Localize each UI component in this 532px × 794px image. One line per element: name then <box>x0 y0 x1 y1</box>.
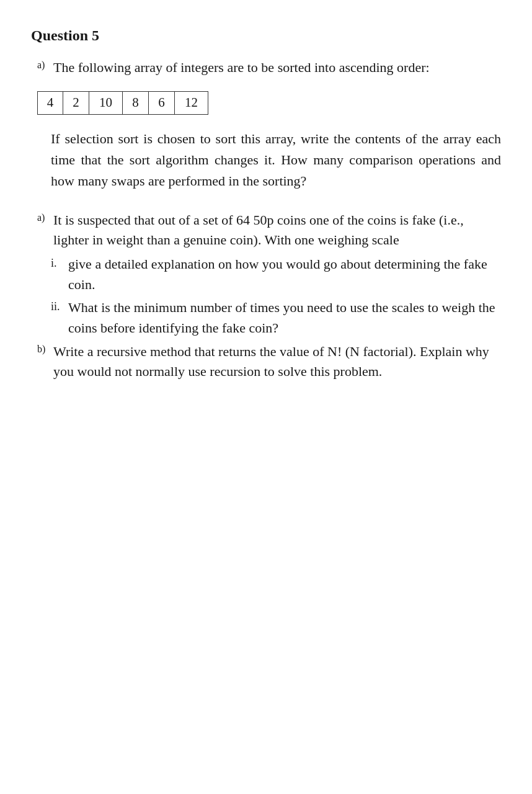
array-cell-3: 8 <box>123 91 149 115</box>
sub-i-text: give a detailed explanation on how you w… <box>68 254 501 295</box>
part-a-intro-text: The following array of integers are to b… <box>53 58 501 78</box>
part-c-text: Write a recursive method that returns th… <box>53 342 501 381</box>
sub-part-ii: ii. What is the minimum number of times … <box>51 297 501 338</box>
sub-ii-label: ii. <box>51 297 68 314</box>
sub-parts-container: i. give a detailed explanation on how yo… <box>31 254 501 338</box>
part-b-label: a) <box>37 210 51 223</box>
array-cell-4: 6 <box>149 91 175 115</box>
part-a-section: a) The following array of integers are t… <box>31 58 501 78</box>
question-title: Question 5 <box>31 25 501 47</box>
part-b-intro-text: It is suspected that out of a set of 64 … <box>53 210 501 250</box>
array-cell-0: 4 <box>37 91 63 115</box>
part-a-label: a) <box>37 58 51 70</box>
selection-sort-question: If selection sort is chosen to sort this… <box>31 128 501 192</box>
sub-part-i: i. give a detailed explanation on how yo… <box>51 254 501 295</box>
array-display: 4 2 10 8 6 12 <box>37 91 501 115</box>
part-c-label: b) <box>37 342 51 354</box>
array-cell-1: 2 <box>63 91 89 115</box>
part-b-container: a) It is suspected that out of a set of … <box>31 210 501 250</box>
array-cell-2: 10 <box>89 91 123 115</box>
part-b-section: a) It is suspected that out of a set of … <box>31 210 501 381</box>
sub-ii-text: What is the minimum number of times you … <box>68 297 501 338</box>
part-c-container: b) Write a recursive method that returns… <box>31 342 501 381</box>
sub-i-label: i. <box>51 254 68 271</box>
array-cell-5: 12 <box>175 91 208 115</box>
